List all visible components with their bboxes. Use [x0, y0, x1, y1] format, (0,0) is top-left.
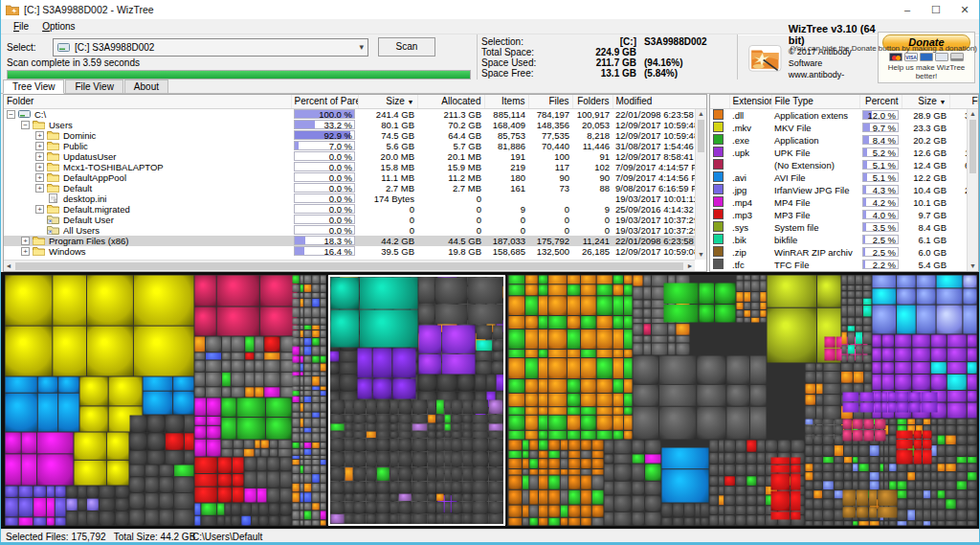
extension-row[interactable]: .dllApplication extens12.0 %28.9 GB34,51… [710, 108, 979, 122]
expand-icon[interactable]: + [35, 184, 44, 193]
tree-row[interactable]: +Default.migrated0.0 %0090925/09/2016 4:… [4, 204, 707, 215]
leaf-spacer [35, 216, 44, 224]
tree-row[interactable]: +Public7.0 %5.6 GB5.7 GB81,88670,44011,4… [4, 141, 707, 151]
expand-icon[interactable]: + [35, 173, 44, 182]
scan-status-text: Scan complete in 3.59 seconds [7, 57, 471, 69]
extension-row[interactable]: .mftMFT File2.1 %5.0 GB26 [710, 271, 979, 273]
scan-progressbar [7, 70, 471, 79]
ext-col-size[interactable]: Size ▼ [902, 95, 949, 108]
drive-select-value: [C:] S3A9988D002 [75, 42, 154, 53]
extension-row[interactable]: .upkUPK File5.2 %12.6 GB10,436 [710, 147, 979, 159]
visa-icon: VISA [904, 53, 918, 61]
tree-col-percent-of-parent[interactable]: Percent of Parent [291, 95, 358, 108]
window-title: [C:] S3A9988D002 - WizTree [24, 4, 154, 15]
app-icon [6, 4, 19, 15]
expand-icon[interactable]: + [35, 142, 44, 150]
tree-col-folder[interactable]: Folder [4, 95, 291, 108]
extension-color-swatch [713, 171, 724, 182]
drive-select-dropdown[interactable]: [C:] S3A9988D002 ▾ [53, 38, 368, 57]
extension-row[interactable]: .zipWinRAR ZIP archiv2.5 %6.0 GB3,197 [710, 246, 979, 259]
tab-file-view[interactable]: File View [65, 79, 122, 93]
extension-row[interactable]: .sysSystem file3.5 %8.4 GB2,227 [710, 221, 979, 234]
ext-col-files[interactable]: Files [949, 95, 979, 108]
app-version: WizTree v3.10 (64 bit) [789, 23, 878, 46]
scan-panel: Select: [C:] S3A9988D002 ▾ Scan Scan com… [1, 34, 478, 79]
ext-col-extension[interactable]: Extension [729, 95, 771, 108]
menu-file[interactable]: File [7, 21, 35, 32]
tree-row[interactable]: +Default0.0 %2.7 MB2.7 MB16173889/08/201… [4, 183, 707, 193]
branding-panel: WizTree v3.10 (64 bit) © 2017 Antibody S… [738, 34, 979, 79]
extension-row[interactable]: .bikbikfile2.5 %6.1 GB131 [710, 234, 979, 246]
ext-col-file-type[interactable]: File Type [771, 95, 859, 108]
collapse-icon[interactable]: − [21, 121, 30, 129]
info-row: Space Used:211.7 GB(94.16%) [481, 57, 733, 68]
expand-icon[interactable]: + [35, 131, 44, 140]
tree-col-allocated[interactable]: Allocated [417, 95, 484, 108]
tree-col-folders[interactable]: Folders [572, 95, 612, 108]
tree-row[interactable]: +UpdatusUser0.0 %20.0 MB20.1 MB191100911… [4, 151, 707, 162]
drive-icon [57, 43, 70, 52]
wiztree-window: [C:] S3A9988D002 - WizTree – ☐ ✕ FileOpt… [0, 0, 980, 545]
tree-row[interactable]: +Program Files (x86)18.3 %44.2 GB44.5 GB… [4, 236, 707, 246]
tree-col-items[interactable]: Items [484, 95, 528, 108]
tree-row[interactable]: All Users0.0 %0000019/03/2017 10:37:29 A… [4, 225, 707, 236]
statusbar: Selected Files: 175,792 Total Size: 44.2… [1, 529, 979, 542]
tab-tree-view[interactable]: Tree View [3, 79, 64, 94]
extension-row[interactable]: .mkvMKV File9.7 %23.3 GB42 [710, 122, 979, 134]
donate-help-text: Help us make WizTree better! [882, 63, 970, 80]
treemap-area[interactable] [1, 272, 979, 529]
extension-color-swatch [713, 159, 724, 170]
tree-row[interactable]: +DefaultAppPool0.0 %11.1 MB11.2 MB180909… [4, 172, 707, 183]
folder-tree-panel: FolderPercent of ParentSize ▼AllocatedIt… [3, 94, 707, 272]
selection-info-panel: Selection:[C:]S3A9988D002Total Space:224… [478, 34, 738, 79]
statusbar-path: C:\Users\Default [192, 530, 262, 545]
wiztree-logo [747, 39, 783, 76]
tree-vertical-scrollbar[interactable]: ▲ ▼ [695, 109, 706, 260]
tree-row[interactable]: desktop.ini0.0 %174 Bytes019/03/2017 10:… [4, 193, 707, 204]
expand-icon[interactable]: + [35, 163, 44, 171]
extension-color-swatch [713, 196, 724, 207]
info-row: Total Space:224.9 GB [481, 47, 733, 57]
extension-row[interactable]: .exeApplication8.4 %20.2 GB8,561 [710, 134, 979, 147]
minimize-button[interactable]: – [893, 0, 922, 19]
tree-col-size[interactable]: Size ▼ [358, 95, 417, 108]
collapse-icon[interactable]: − [7, 110, 15, 119]
leaf-spacer [35, 226, 44, 235]
extension-row[interactable]: .aviAVI File5.1 %12.2 GB1,074 [710, 171, 979, 184]
expand-icon[interactable]: + [35, 152, 44, 161]
extension-row[interactable]: (No Extension)5.1 %12.4 GB61,386 [710, 159, 979, 171]
treemap-canvas[interactable] [5, 275, 977, 526]
close-button[interactable]: ✕ [950, 0, 979, 19]
extension-color-swatch [713, 259, 724, 269]
menu-options[interactable]: Options [35, 21, 81, 32]
extension-row[interactable]: .tfcTFC File2.2 %5.4 GB80 [710, 259, 979, 271]
tree-row[interactable]: +Windows16.4 %39.5 GB19.8 GB158,685132,5… [4, 246, 707, 257]
extension-row[interactable]: .mp3MP3 File4.0 %9.7 GB1,913 [710, 209, 979, 221]
tree-row[interactable]: −Users33.2 %80.1 GB70.2 GB168,409148,356… [4, 120, 707, 130]
donate-note-text: (You can hide the Donate button by makin… [791, 44, 977, 53]
tree-row[interactable]: +Dominic92.9 %74.5 GB64.4 GB85,75377,535… [4, 130, 707, 141]
extension-color-swatch [713, 271, 724, 273]
extension-row[interactable]: .mp4MP4 File4.2 %10.1 GB122 [710, 196, 979, 209]
statusbar-selection-info: Selected Files: 175,792 Total Size: 44.2… [6, 530, 195, 545]
tree-horizontal-scrollbar[interactable]: ◄► [4, 260, 695, 271]
tree-row[interactable]: Default User0.0 %0000019/03/2017 10:37:2… [4, 215, 707, 225]
scan-button[interactable]: Scan [378, 37, 435, 57]
maximize-button[interactable]: ☐ [922, 0, 950, 19]
chevron-down-icon: ▾ [359, 42, 364, 52]
tree-col-modified[interactable]: Modified [612, 95, 707, 108]
info-row: Space Free:13.1 GB(5.84%) [481, 68, 733, 79]
expand-icon[interactable]: + [35, 205, 44, 214]
tree-row[interactable]: −C:\100.0 %241.4 GB211.3 GB885,114784,19… [4, 108, 707, 120]
extension-vertical-scrollbar[interactable]: ▲ ▼ [967, 109, 978, 271]
extension-row[interactable]: .jpgIrfanView JPG File4.3 %10.4 GB21,370 [710, 184, 979, 196]
expand-icon[interactable]: + [21, 247, 30, 256]
tree-col-files[interactable]: Files [528, 95, 572, 108]
extension-color-swatch [713, 209, 724, 219]
tree-row[interactable]: +Mcx1-TOSHIBALAPTOP0.0 %15.8 MB15.9 MB21… [4, 162, 707, 172]
extension-color-swatch [713, 234, 724, 244]
ext-col-percent[interactable]: Percent [859, 95, 902, 108]
expand-icon[interactable]: + [21, 237, 30, 245]
tab-about[interactable]: About [124, 79, 168, 93]
extension-color-swatch [713, 184, 724, 194]
